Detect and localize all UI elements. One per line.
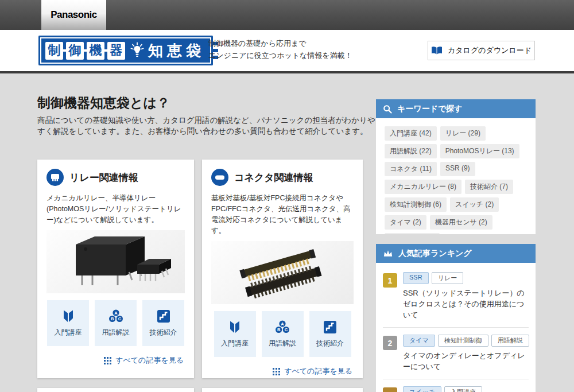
rank-1-badge: 1 [383,273,397,288]
tagline-line1: 制御機器の基礎から応用まで [208,37,352,49]
connector-info-card: コネクタ関連情報 基板対基板/基板対FPC接続用コネクタやFPC/FFCコネクタ… [202,160,363,378]
keyword-tag[interactable]: メカニカルリレー (8) [385,180,461,194]
grid-icon [273,368,280,375]
main-content: 制御機器知恵袋とは？ 商品についての基礎知識や使い方、カタログ用語の解説など、パ… [0,73,574,392]
keyword-tag[interactable]: タイマ (2) [385,215,426,230]
keyword-tag[interactable]: 用語解説 (22) [385,144,437,158]
page-title: 制御機器知恵袋とは？ [37,94,170,112]
ranking-item-tags: タイマ 検知計測制御 用語解説 [403,335,529,347]
tech-steps-icon [156,309,171,324]
ranking-item: 3 スイッチ 入門講座 モーメンタリ？ オルタネイト？ スイッチ [383,379,529,392]
abc-blocks-icon: A B C [108,309,123,324]
catalog-download-button[interactable]: カタログのダウンロード [428,41,535,60]
ranking-panel-header: 人気記事ランキング [376,244,536,263]
page: Panasonic 制 御 機 器 [0,0,574,392]
relay-info-card: リレー関連情報 メカニカルリレー、半導体リレー(PhotoMOSリレー/ソリッド… [37,160,194,378]
svg-text:C: C [118,316,121,321]
connector-see-all-link[interactable]: すべての記事を見る [211,366,354,377]
tagline-line2: エンジニアに役立つホットな情報を満載！ [208,49,352,61]
connector-card-header: コネクタ関連情報 [211,169,354,186]
relay-see-all-link[interactable]: すべての記事を見る [46,355,185,366]
connector-category-buttons: 入門講座 A B C 用語解説 [211,311,354,357]
ranking-item-title[interactable]: SSR（ソリッドステートリレー）のゼロクロスとは？その使用用途について [403,288,529,320]
panasonic-logo[interactable]: Panasonic [41,0,106,30]
relay-card-header: リレー関連情報 [46,169,185,186]
ranking-tag[interactable]: スイッチ [403,386,441,392]
ranking-tag[interactable]: SSR [403,272,429,284]
ranking-item-tags: スイッチ 入門講座 [403,386,529,392]
relay-beginner-course-button[interactable]: 入門講座 [47,300,89,346]
keyword-tag-list: 入門講座 (42) リレー (29) 用語解説 (22) PhotoMOSリレー… [383,125,529,234]
ranking-item-tags: SSR リレー [403,272,529,284]
ranking-item-title[interactable]: タイマのオンディレーとオフディレーについて [403,350,529,372]
relay-category-buttons: 入門講座 A B C 用語解説 [46,300,185,346]
tech-steps-icon [323,320,338,335]
catalog-download-label: カタログのダウンロード [448,45,532,56]
keyword-tag[interactable]: 検知計測制御 (6) [385,197,447,212]
keyword-tag[interactable]: コネクタ (11) [385,162,437,176]
svg-text:C: C [285,327,288,332]
relay-glossary-button[interactable]: A B C 用語解説 [95,300,137,346]
ranking-tag[interactable]: リレー [432,272,464,284]
ranking-tag[interactable]: 検知計測制御 [438,335,488,347]
connector-technology-button[interactable]: 技術紹介 [309,311,351,357]
keyword-tag[interactable]: スイッチ (2) [450,197,499,212]
logo-char: 制 [45,42,63,60]
connector-product-photo [211,241,354,304]
relay-technology-button[interactable]: 技術紹介 [142,300,184,346]
keyword-panel-header: キーワードで探す [376,99,536,118]
next-row-card [202,388,363,392]
keyword-tag[interactable]: PhotoMOSリレー (13) [440,144,519,158]
svg-text:B: B [277,327,281,332]
ranking-tag[interactable]: 入門講座 [444,386,482,392]
logo-char: 御 [66,42,84,60]
keyword-tag[interactable]: 機器用センサ (2) [430,215,492,230]
logo-suffix: 知恵袋 [148,41,205,61]
crown-icon [383,249,393,258]
ranking-tag[interactable]: 用語解説 [491,335,529,347]
relay-product-photo [46,230,185,293]
rank-3-badge: 3 [383,387,397,392]
top-bar: Panasonic [0,0,574,30]
book-icon [431,46,443,55]
keyword-tag[interactable]: SSR (9) [440,162,475,176]
keyword-panel-body: 入門講座 (42) リレー (29) 用語解説 (22) PhotoMOSリレー… [376,118,536,234]
ranking-panel-body: 1 SSR リレー SSR（ソリッドステートリレー）のゼロクロスとは？その使用用… [376,263,536,392]
keyword-tag[interactable]: 簡易電力計 (1) [385,233,440,234]
lightbulb-icon [130,42,144,59]
ranking-item-content: スイッチ 入門講座 モーメンタリ？ オルタネイト？ スイッチ [403,386,529,392]
connector-icon [211,169,228,186]
relay-icon [46,169,64,186]
page-description: 商品についての基礎知識や使い方、カタログ用語の解説など、パナソニックの担当者がわ… [37,115,382,137]
grid-icon [104,357,111,364]
beginner-mark-icon [227,320,242,335]
svg-text:A: A [281,321,284,327]
next-row-card [37,388,194,392]
keyword-tag[interactable]: 入門講座 (42) [385,126,437,141]
svg-text:B: B [110,316,114,321]
relay-card-title: リレー関連情報 [69,171,138,184]
connector-card-title: コネクタ関連情報 [234,171,313,184]
ranking-item-content: SSR リレー SSR（ソリッドステートリレー）のゼロクロスとは？その使用用途に… [403,272,529,320]
tagline: 制御機器の基礎から応用まで エンジニアに役立つホットな情報を満載！ [208,37,352,61]
connector-card-description: 基板対基板/基板対FPC接続用コネクタやFPC/FFCコネクタ、光伝送用コネクタ… [211,193,354,236]
connector-glossary-button[interactable]: A B C 用語解説 [262,311,304,357]
search-icon [383,104,392,114]
logo-char: 機 [87,42,104,60]
ranking-item-content: タイマ 検知計測制御 用語解説 タイマのオンディレーとオフディレーについて [403,335,529,372]
keyword-panel-title: キーワードで探す [397,104,463,114]
panasonic-logo-text: Panasonic [51,9,97,21]
logo-char: 器 [107,42,125,60]
site-logo[interactable]: 制 御 機 器 [38,36,213,65]
keyword-tag[interactable]: リレー (29) [440,126,486,141]
site-header: 制 御 機 器 [0,30,574,71]
keyword-tag[interactable]: 技術紹介 (7) [465,180,513,194]
ranking-item: 2 タイマ 検知計測制御 用語解説 タイマのオンディレーとオフディレーについて [383,328,529,379]
svg-text:A: A [114,311,118,316]
connector-beginner-course-button[interactable]: 入門講座 [214,311,256,357]
ranking-tag[interactable]: タイマ [403,335,435,347]
abc-blocks-icon: A B C [275,320,290,335]
ranking-item: 1 SSR リレー SSR（ソリッドステートリレー）のゼロクロスとは？その使用用… [383,265,529,328]
relay-card-description: メカニカルリレー、半導体リレー(PhotoMOSリレー/ソリッドステートリレー)… [46,193,185,226]
rank-2-badge: 2 [383,336,397,350]
